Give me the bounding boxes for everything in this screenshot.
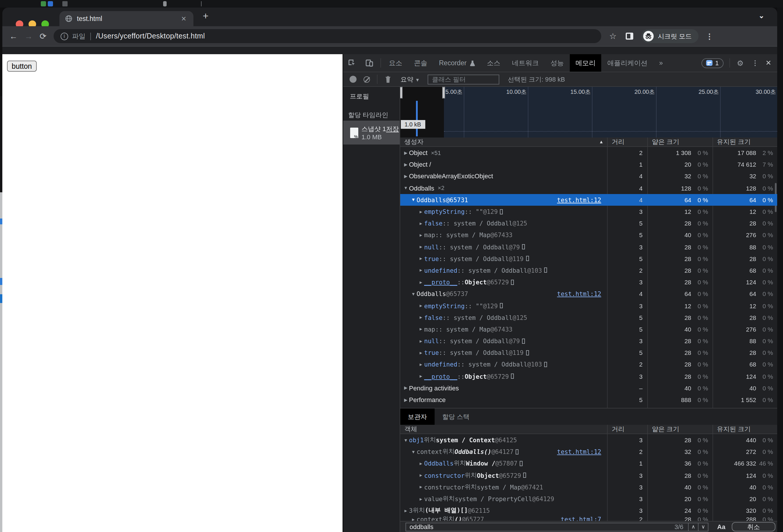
collapsed-arrow-icon[interactable]: ▶ (418, 484, 424, 490)
table-row[interactable]: ▶true :: system / Oddball @1195280 %280 … (400, 347, 777, 358)
table-row[interactable]: ▶Performance58880 %1 5520 % (400, 394, 777, 406)
allocation-timeline-overview[interactable]: 5.00초10.00초15.00초20.00초25.00초30.00초 1.0 … (400, 87, 777, 137)
devtools-close-icon[interactable]: ✕ (762, 59, 777, 67)
table-row[interactable]: ▶__proto__ :: Object @657293280 %1240 % (400, 370, 777, 382)
class-filter-input[interactable]: 클래스 필터 (428, 74, 500, 84)
column-object[interactable]: 객체 (400, 425, 607, 434)
table-row[interactable]: ▶map :: system / Map @674335400 %2760 % (400, 323, 777, 335)
collapsed-arrow-icon[interactable]: ▶ (418, 279, 424, 285)
back-button[interactable]: ← (9, 31, 18, 41)
collapsed-arrow-icon[interactable]: ▶ (418, 221, 424, 226)
settings-gear-icon[interactable]: ⚙ (732, 59, 748, 67)
tab-sources[interactable]: 소스 (481, 54, 506, 72)
table-row[interactable]: ▼Oddballs @65737test.html:124640 %640 % (400, 288, 777, 300)
constructors-grid[interactable]: ▶Object×5121 3080 %17 0882 %▶Object /120… (400, 147, 777, 408)
column-distance[interactable]: 거리 (607, 137, 647, 146)
bookmark-star-icon[interactable]: ☆ (609, 31, 616, 41)
url-text[interactable]: /Users/yceffort/Desktop/test.html (96, 32, 205, 40)
table-row[interactable]: ▶constructor 위치 system / Map @674213400 … (400, 481, 777, 493)
table-row[interactable]: ▶null :: system / Oddball @793280 %880 % (400, 241, 777, 253)
collapsed-arrow-icon[interactable]: ▶ (403, 385, 409, 391)
collapsed-arrow-icon[interactable]: ▶ (403, 162, 409, 167)
table-row[interactable]: ▶Pending activities–400 %400 % (400, 382, 777, 394)
tab-performance[interactable]: 성능 (545, 54, 570, 72)
reload-button[interactable]: ⟳ (40, 31, 46, 41)
column-distance[interactable]: 거리 (607, 425, 647, 434)
table-row[interactable]: ▼Oddballs×241280 %1280 % (400, 182, 777, 194)
tab-elements[interactable]: 요소 (383, 54, 408, 72)
table-row[interactable]: ▶emptyString :: "" @1293120 %120 % (400, 206, 777, 217)
table-row[interactable]: ▶value 위치 system / PropertyCell @6412932… (400, 493, 777, 505)
expanded-arrow-icon[interactable]: ▼ (410, 291, 416, 296)
column-shallow-size[interactable]: 얕은 크기 (647, 137, 712, 146)
match-case-button[interactable]: Aa (717, 523, 725, 530)
expanded-arrow-icon[interactable]: ▼ (403, 437, 409, 443)
source-link[interactable]: test.html:12 (557, 290, 607, 298)
collapsed-arrow-icon[interactable]: ▶ (418, 256, 424, 261)
collapsed-arrow-icon[interactable]: ▶ (418, 315, 424, 320)
collapsed-arrow-icon[interactable]: ▶ (418, 244, 424, 249)
collapsed-arrow-icon[interactable]: ▶ (418, 473, 424, 478)
table-row[interactable]: ▶__proto__ :: Object @657293280 %1240 % (400, 276, 777, 288)
range-handle-right[interactable] (442, 87, 445, 98)
collapsed-arrow-icon[interactable]: ▶ (418, 232, 424, 238)
collapsed-arrow-icon[interactable]: ▶ (418, 362, 424, 367)
tab-recorder[interactable]: Recorder (433, 54, 481, 72)
forward-button[interactable]: → (25, 31, 33, 41)
source-link[interactable]: test.html:12 (557, 448, 607, 456)
tab-memory[interactable]: 메모리 (570, 54, 601, 72)
collapsed-arrow-icon[interactable]: ▶ (403, 508, 409, 513)
table-row[interactable]: ▶Oddballs 위치 Window / @578071360 %466 33… (400, 458, 777, 469)
search-prev-icon[interactable]: ∧ (688, 523, 698, 531)
table-row[interactable]: ▶undefined :: system / Oddball @1032280 … (400, 358, 777, 370)
cancel-button[interactable]: 취소 (732, 522, 776, 531)
search-next-icon[interactable]: ∨ (698, 523, 708, 531)
collapsed-arrow-icon[interactable]: ▶ (403, 150, 409, 155)
tab-console[interactable]: 콘솔 (408, 54, 433, 72)
range-handle-left[interactable] (400, 87, 402, 98)
collapsed-arrow-icon[interactable]: ▶ (418, 268, 424, 273)
browser-menu-icon[interactable]: ⋮ (706, 32, 713, 40)
table-row[interactable]: ▶3 위치 (내부 배열)[] @621153240 %3200 % (400, 505, 777, 516)
allocation-timeline-section[interactable]: 할당 타임라인 (343, 101, 400, 120)
source-link[interactable]: test.html:12 (557, 196, 607, 204)
clear-icon[interactable] (363, 76, 370, 83)
table-row[interactable]: ▼obj1 위치 system / Context @641253280 %44… (400, 434, 777, 446)
tab-retainers[interactable]: 보관자 (400, 408, 435, 425)
search-input[interactable]: oddballs 3/6 ∧ ∨ (406, 522, 709, 531)
table-row[interactable]: ▶null :: system / Oddball @793280 %880 % (400, 335, 777, 347)
record-heap-icon[interactable] (349, 76, 356, 83)
collapsed-arrow-icon[interactable]: ▶ (418, 326, 424, 332)
issues-counter[interactable]: 1 (701, 58, 723, 68)
expanded-arrow-icon[interactable]: ▼ (403, 185, 409, 191)
collapsed-arrow-icon[interactable]: ▶ (418, 303, 424, 308)
source-link[interactable]: test.html:7 (561, 517, 607, 521)
tab-application[interactable]: 애플리케이션 (601, 54, 653, 72)
table-row[interactable]: ▶constructor 위치 Object @657293280 %1240 … (400, 469, 777, 481)
table-row[interactable]: ▶false :: system / Oddball @1255280 %280… (400, 217, 777, 229)
column-retained-size[interactable]: 유지된 크기 (712, 137, 777, 146)
incognito-badge[interactable]: 시크릿 모드 (642, 29, 699, 43)
table-row[interactable]: ▶emptyString :: "" @1293120 %120 % (400, 300, 777, 311)
collapsed-arrow-icon[interactable]: ▶ (403, 397, 409, 402)
table-row[interactable]: ▶context 위치 () @65727test.html:72280 %28… (400, 517, 777, 521)
table-row[interactable]: ▶false :: system / Oddball @1255280 %280… (400, 311, 777, 323)
collapsed-arrow-icon[interactable]: ▶ (418, 209, 424, 214)
column-shallow-size[interactable]: 얕은 크기 (647, 425, 712, 434)
snapshot-save-link[interactable]: 저장 (386, 125, 399, 132)
collapsed-arrow-icon[interactable]: ▶ (418, 461, 424, 466)
snapshot-item[interactable]: 스냅샷 1저장 1.0 MB (343, 121, 400, 145)
table-row[interactable]: ▶Object×5121 3080 %17 0882 % (400, 147, 777, 158)
tab-close-icon[interactable]: ✕ (180, 15, 188, 23)
collapsed-arrow-icon[interactable]: ▶ (418, 350, 424, 355)
table-row[interactable]: ▶ObservableArrayExoticObject4320 %320 % (400, 170, 777, 182)
table-row[interactable]: ▶undefined :: system / Oddball @1032280 … (400, 264, 777, 276)
tab-search-icon[interactable]: ⌄ (758, 12, 764, 20)
perspective-dropdown[interactable]: 요약 ▼ (401, 75, 420, 84)
table-row[interactable]: ▼context 위치 Oddballs() @64127test.html:1… (400, 446, 777, 458)
column-retained-size[interactable]: 유지된 크기 (712, 425, 777, 434)
browser-tab[interactable]: test.html ✕ (59, 11, 193, 26)
tab-network[interactable]: 네트워크 (506, 54, 545, 72)
table-row[interactable]: ▼Oddballs @65731test.html:124640 %640 % (400, 194, 777, 206)
collapsed-arrow-icon[interactable]: ▶ (418, 338, 424, 344)
